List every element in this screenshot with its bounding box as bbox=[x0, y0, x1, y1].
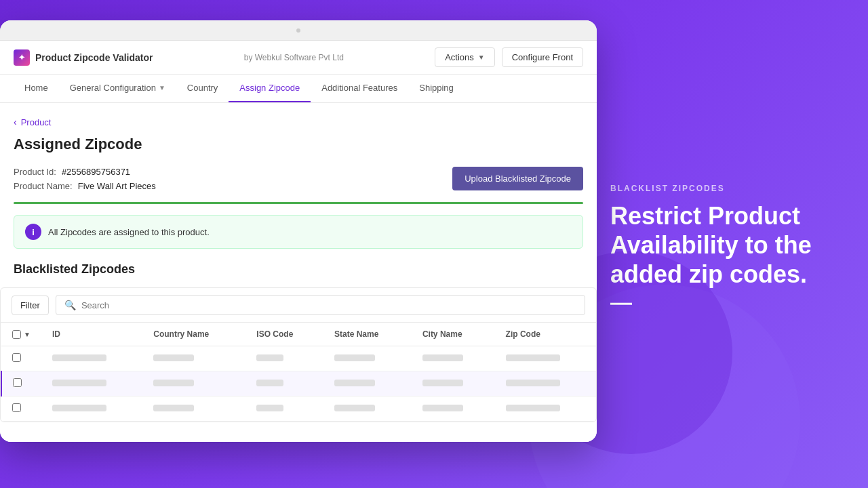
row3-checkbox[interactable] bbox=[12, 403, 21, 412]
app-window: ✦ Product Zipcode Validator by Webkul So… bbox=[0, 20, 597, 442]
tab-general-configuration[interactable]: General Configuration ▼ bbox=[59, 75, 176, 102]
row2-id-value bbox=[52, 380, 106, 386]
row2-zip bbox=[495, 371, 596, 396]
row2-city-value bbox=[422, 380, 463, 386]
row3-country-value bbox=[153, 405, 194, 411]
row1-zip-value bbox=[506, 354, 560, 361]
row2-checkbox-cell bbox=[1, 371, 41, 396]
upload-blacklisted-zipcode-button[interactable]: Upload Blacklisted Zipcode bbox=[452, 167, 583, 190]
window-dot bbox=[296, 28, 300, 33]
actions-button[interactable]: Actions ▼ bbox=[435, 47, 495, 67]
configure-front-button[interactable]: Configure Front bbox=[502, 47, 583, 67]
right-panel-divider bbox=[610, 302, 632, 304]
row3-zip-value bbox=[506, 405, 560, 411]
row1-country bbox=[142, 346, 245, 371]
row2-state bbox=[323, 371, 412, 396]
row3-id bbox=[41, 396, 142, 422]
th-state-name: State Name bbox=[323, 323, 412, 346]
row2-iso-value bbox=[256, 380, 283, 386]
data-table: ▼ ID Country Name ISO Code State Name Ci… bbox=[1, 323, 596, 422]
row2-country-value bbox=[153, 380, 194, 386]
tab-country[interactable]: Country bbox=[176, 75, 229, 102]
general-config-chevron-icon: ▼ bbox=[159, 84, 165, 92]
th-checkbox: ▼ bbox=[1, 323, 41, 346]
row3-city bbox=[412, 396, 495, 422]
row2-zip-value bbox=[506, 380, 560, 386]
window-chrome bbox=[0, 20, 597, 41]
section-title: Blacklisted Zipcodes bbox=[14, 262, 583, 277]
row1-zip bbox=[495, 346, 596, 371]
product-id-row: Product Id: #2556895756371 bbox=[14, 167, 156, 177]
app-icon-symbol: ✦ bbox=[18, 53, 25, 62]
table-toolbar: Filter 🔍 bbox=[1, 288, 596, 323]
row2-country bbox=[142, 371, 245, 396]
nav-tabs: Home General Configuration ▼ Country Ass… bbox=[0, 75, 597, 103]
tab-shipping[interactable]: Shipping bbox=[408, 75, 465, 102]
row1-checkbox-cell bbox=[1, 346, 41, 371]
page-content: ‹ Product Assigned Zipcode Product Id: #… bbox=[0, 103, 597, 442]
table-row bbox=[1, 396, 596, 422]
th-dropdown-icon[interactable]: ▼ bbox=[24, 331, 31, 338]
th-zip-code: Zip Code bbox=[495, 323, 596, 346]
row1-id bbox=[41, 346, 142, 371]
actions-arrow-icon: ▼ bbox=[478, 54, 485, 61]
row3-zip bbox=[495, 396, 596, 422]
th-city-name: City Name bbox=[412, 323, 495, 346]
th-iso-code: ISO Code bbox=[245, 323, 323, 346]
info-icon: i bbox=[25, 224, 41, 240]
row3-state bbox=[323, 396, 412, 422]
app-icon: ✦ bbox=[14, 49, 30, 66]
right-panel-label: BLACKLIST ZIPCODES bbox=[610, 184, 827, 193]
table-row bbox=[1, 346, 596, 371]
row1-checkbox[interactable] bbox=[12, 353, 21, 362]
row2-iso bbox=[245, 371, 323, 396]
row1-city bbox=[412, 346, 495, 371]
product-id-value: #2556895756371 bbox=[62, 167, 130, 177]
table-row bbox=[1, 371, 596, 396]
table-container: Filter 🔍 ▼ ID bbox=[0, 287, 597, 422]
row3-state-value bbox=[334, 405, 375, 411]
breadcrumb-label: Product bbox=[21, 117, 52, 127]
app-name: Product Zipcode Validator bbox=[35, 52, 153, 63]
th-id: ID bbox=[41, 323, 142, 346]
tab-additional-features[interactable]: Additional Features bbox=[311, 75, 408, 102]
row2-city bbox=[412, 371, 495, 396]
filter-button[interactable]: Filter bbox=[12, 296, 49, 315]
actions-label: Actions bbox=[445, 52, 474, 62]
tab-home[interactable]: Home bbox=[14, 75, 59, 102]
search-input[interactable] bbox=[81, 300, 576, 310]
row1-id-value bbox=[52, 354, 106, 361]
progress-bar bbox=[14, 202, 583, 204]
alert-text: All Zipcodes are assigned to this produc… bbox=[48, 227, 210, 237]
row1-country-value bbox=[153, 354, 194, 361]
app-by: by Webkul Software Pvt Ltd bbox=[244, 53, 344, 62]
product-name-label: Product Name: bbox=[14, 181, 73, 191]
app-header: ✦ Product Zipcode Validator by Webkul So… bbox=[0, 41, 597, 75]
th-country-name: Country Name bbox=[142, 323, 245, 346]
right-panel: BLACKLIST ZIPCODES Restrict Product Avai… bbox=[610, 184, 827, 305]
row1-state-value bbox=[334, 354, 375, 361]
row1-iso-value bbox=[256, 354, 283, 361]
tab-assign-zipcode[interactable]: Assign Zipcode bbox=[229, 75, 311, 102]
row1-state bbox=[323, 346, 412, 371]
row3-checkbox-cell bbox=[1, 396, 41, 422]
row2-state-value bbox=[334, 380, 375, 386]
product-id-label: Product Id: bbox=[14, 167, 56, 177]
product-name-value: Five Wall Art Pieces bbox=[78, 181, 156, 191]
info-alert: i All Zipcodes are assigned to this prod… bbox=[14, 215, 583, 249]
row3-iso-value bbox=[256, 405, 283, 411]
row3-iso bbox=[245, 396, 323, 422]
back-arrow-icon: ‹ bbox=[14, 117, 17, 127]
product-meta: Product Id: #2556895756371 Product Name:… bbox=[14, 167, 156, 191]
page-title: Assigned Zipcode bbox=[14, 136, 583, 153]
right-panel-heading: Restrict Product Availability to the add… bbox=[610, 201, 827, 289]
row2-checkbox[interactable] bbox=[13, 378, 22, 387]
breadcrumb[interactable]: ‹ Product bbox=[14, 117, 583, 127]
row3-country bbox=[142, 396, 245, 422]
search-box: 🔍 bbox=[56, 295, 585, 315]
row3-id-value bbox=[52, 405, 106, 411]
search-icon: 🔍 bbox=[64, 300, 76, 310]
app-title-area: ✦ Product Zipcode Validator bbox=[14, 49, 153, 66]
product-info-row: Product Id: #2556895756371 Product Name:… bbox=[14, 167, 583, 191]
select-all-checkbox[interactable] bbox=[12, 330, 21, 339]
